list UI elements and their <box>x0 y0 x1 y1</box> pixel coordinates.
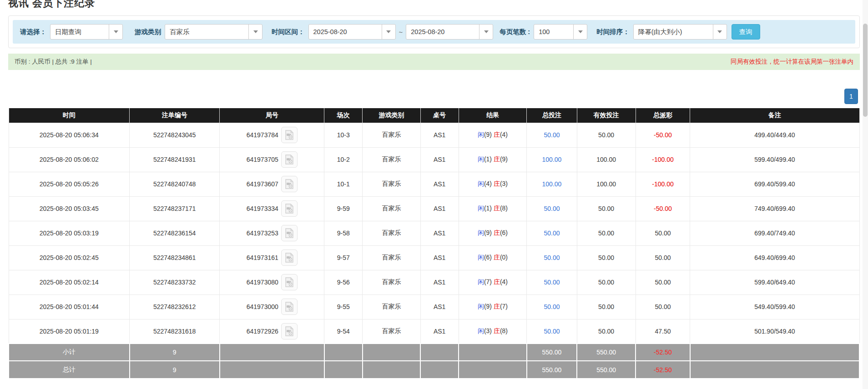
cell-remark: 499.40/449.40 <box>690 123 859 147</box>
summary-result <box>459 361 527 378</box>
summary-label: 总计 <box>9 361 130 378</box>
chevron-down-icon[interactable] <box>109 25 122 39</box>
date-range-label: 时间区间： <box>272 28 305 36</box>
page-button-1[interactable]: 1 <box>844 89 858 104</box>
video-record-icon[interactable] <box>281 151 298 168</box>
cell-bet-id: 522748232612 <box>130 294 220 319</box>
summary-total-bet: 550.00 <box>527 344 577 361</box>
cell-total-bet[interactable]: 50.00 <box>527 245 577 270</box>
video-record-icon[interactable] <box>281 176 298 192</box>
column-header: 场次 <box>324 108 363 123</box>
video-record-icon[interactable] <box>281 200 298 217</box>
table-footer: 小计9550.00550.00-52.50总计9550.00550.00-52.… <box>9 344 859 378</box>
cell-total-bet[interactable]: 50.00 <box>527 221 577 245</box>
round-id-wrap: 641973161 <box>220 249 324 266</box>
vertical-scrollbar[interactable] <box>863 0 868 389</box>
round-id-wrap: 641973705 <box>220 151 324 168</box>
summary-row: 总计9550.00550.00-52.50 <box>9 361 859 378</box>
bet-records-table: 时间注单编号局号场次游戏类别桌号结果总投注有效投注总派彩备注 2025-08-2… <box>8 108 860 378</box>
video-record-icon[interactable] <box>281 249 298 266</box>
game-type-label: 游戏类别 <box>135 28 161 36</box>
cell-round-id: 641973080 <box>220 270 324 294</box>
player-score: (9) <box>484 131 494 138</box>
summary-payout: -52.50 <box>636 344 690 361</box>
column-header: 注单编号 <box>130 108 220 123</box>
query-mode-select[interactable]: 日期查询 <box>50 24 123 40</box>
cell-time: 2025-08-20 05:02:45 <box>9 245 130 270</box>
round-id-wrap: 641973334 <box>220 200 324 217</box>
chevron-down-icon[interactable] <box>382 25 395 39</box>
cell-time: 2025-08-20 05:06:34 <box>9 123 130 147</box>
cell-game-type: 百家乐 <box>363 270 420 294</box>
cell-session: 9-59 <box>324 196 363 221</box>
cell-total-bet[interactable]: 100.00 <box>527 172 577 196</box>
game-type-select[interactable]: 百家乐 <box>165 24 262 40</box>
banker-score: (9) <box>500 155 508 163</box>
banker-score: (0) <box>500 254 508 261</box>
player-result: 闲 <box>478 229 484 236</box>
summary-valid-bet: 550.00 <box>577 361 636 378</box>
cell-remark: 549.40/599.40 <box>690 294 859 319</box>
cell-payout: -50.00 <box>636 123 690 147</box>
cell-remark: 599.40/649.40 <box>690 270 859 294</box>
banker-result: 庄 <box>494 303 500 310</box>
chevron-down-icon[interactable] <box>248 25 262 39</box>
video-record-icon[interactable] <box>281 323 298 339</box>
banker-score: (4) <box>500 278 508 285</box>
round-id-wrap: 641973000 <box>220 299 324 315</box>
cell-payout: -100.00 <box>636 172 690 196</box>
cell-payout: 50.00 <box>636 221 690 245</box>
table-row: 2025-08-20 05:01:19522748231618641972926… <box>9 319 859 344</box>
scrollbar-thumb[interactable] <box>863 24 868 117</box>
cell-session: 9-54 <box>324 319 363 344</box>
round-id-wrap: 641973784 <box>220 127 324 143</box>
cell-total-bet[interactable]: 50.00 <box>527 270 577 294</box>
page-size-select[interactable]: 100 <box>534 24 587 40</box>
summary-result <box>459 344 527 361</box>
video-record-icon[interactable] <box>281 127 298 143</box>
video-record-icon[interactable] <box>281 274 298 290</box>
cell-result: 闲(4) 庄(3) <box>459 172 527 196</box>
round-id-value: 641972926 <box>247 328 278 335</box>
cell-total-bet[interactable]: 50.00 <box>527 294 577 319</box>
cell-total-bet[interactable]: 50.00 <box>527 196 577 221</box>
table-row: 2025-08-20 05:02:14522748233732641973080… <box>9 270 859 294</box>
table-row: 2025-08-20 05:03:45522748237171641973334… <box>9 196 859 221</box>
chevron-down-icon[interactable] <box>713 25 727 39</box>
player-score: (1) <box>484 155 494 163</box>
cell-valid-bet: 50.00 <box>577 221 636 245</box>
cell-total-bet[interactable]: 100.00 <box>527 147 577 172</box>
video-record-icon[interactable] <box>281 225 298 241</box>
chevron-down-icon[interactable] <box>573 25 587 39</box>
cell-valid-bet: 50.00 <box>577 196 636 221</box>
cell-table-no: AS1 <box>420 294 459 319</box>
summary-game <box>363 361 420 378</box>
round-id-value: 641973161 <box>247 254 278 261</box>
cell-session: 10-1 <box>324 172 363 196</box>
summary-table <box>420 361 459 378</box>
cell-table-no: AS1 <box>420 270 459 294</box>
game-type-value: 百家乐 <box>165 25 248 39</box>
column-header: 结果 <box>459 108 527 123</box>
date-to-select[interactable]: 2025-08-20 <box>406 24 493 40</box>
cell-total-bet[interactable]: 50.00 <box>527 123 577 147</box>
date-from-select[interactable]: 2025-08-20 <box>308 24 396 40</box>
column-header: 局号 <box>220 108 324 123</box>
cell-table-no: AS1 <box>420 245 459 270</box>
filter-panel: 请选择： 日期查询 游戏类别 百家乐 时间区间： 2025-08-20 ~ 20… <box>8 15 860 48</box>
player-result: 闲 <box>478 155 484 163</box>
time-sort-select[interactable]: 降幂(由大到小) <box>633 24 727 40</box>
chevron-down-icon[interactable] <box>479 25 493 39</box>
video-record-icon[interactable] <box>281 299 298 315</box>
summary-payout: -52.50 <box>636 361 690 378</box>
cell-game-type: 百家乐 <box>363 221 420 245</box>
search-button[interactable]: 查询 <box>732 24 760 40</box>
select-mode-label: 请选择： <box>20 28 46 36</box>
column-header: 总投注 <box>527 108 577 123</box>
round-id-value: 641973705 <box>247 156 278 163</box>
cell-valid-bet: 50.00 <box>577 270 636 294</box>
cell-game-type: 百家乐 <box>363 245 420 270</box>
cell-total-bet[interactable]: 50.00 <box>527 319 577 344</box>
round-id-value: 641973080 <box>247 279 278 286</box>
cell-payout: 50.00 <box>636 270 690 294</box>
